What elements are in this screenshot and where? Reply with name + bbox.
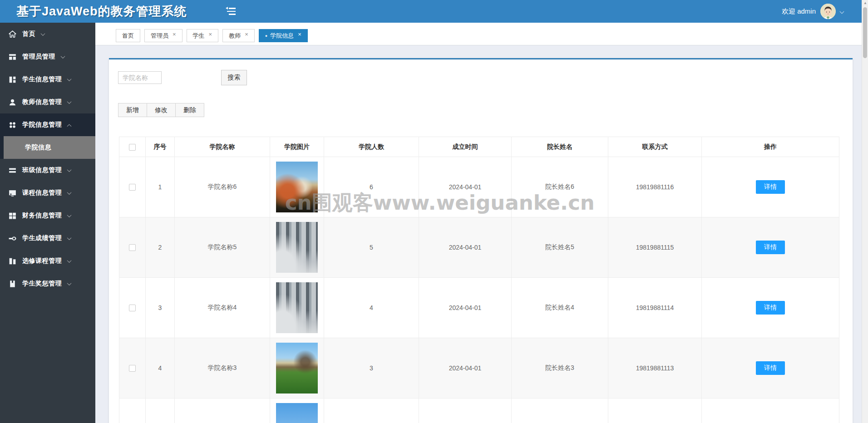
add-button[interactable]: 新增 xyxy=(118,103,147,117)
sidebar-item-course[interactable]: 课程信息管理 xyxy=(0,182,95,204)
cell-college-count: 5 xyxy=(324,217,419,278)
chevron-up-icon xyxy=(67,124,72,128)
tab-student[interactable]: ●学生× xyxy=(187,29,219,42)
chevron-down-icon[interactable] xyxy=(840,9,844,14)
display-icon xyxy=(8,189,17,197)
cell-college-count: 3 xyxy=(324,338,419,398)
sidebar-item-reward[interactable]: 学生奖惩管理 xyxy=(0,272,95,295)
list-icon xyxy=(8,166,17,175)
detail-button[interactable]: 详情 xyxy=(756,180,785,194)
sidebar-group-college: 学院信息管理学院信息 xyxy=(0,113,95,159)
chevron-down-icon xyxy=(67,258,72,263)
row-select-cell xyxy=(119,278,146,338)
row-checkbox[interactable] xyxy=(129,365,136,372)
home-icon xyxy=(8,30,17,39)
detail-button[interactable]: 详情 xyxy=(756,361,785,375)
tab-college-info[interactable]: ●学院信息× xyxy=(259,29,308,42)
close-icon[interactable]: × xyxy=(209,31,212,37)
tab-home[interactable]: ●首页 xyxy=(116,29,140,42)
row-checkbox[interactable] xyxy=(129,305,136,311)
top-header: 基于JavaWeb的教务管理系统 欢迎 admin xyxy=(0,0,862,23)
cell-college-count: 6 xyxy=(324,157,419,217)
college-table: 序号学院名称学院图片学院人数成立时间院长姓名联系方式操作 1学院名称662024… xyxy=(119,137,839,423)
chevron-down-icon xyxy=(67,167,72,172)
row-checkbox[interactable] xyxy=(129,244,136,251)
cell-college-image xyxy=(270,157,324,217)
menu-fold-icon[interactable] xyxy=(226,7,236,15)
sidebar-item-teacher[interactable]: 教师信息管理 xyxy=(0,91,95,113)
chevron-down-icon xyxy=(67,77,72,81)
sidebar-item-label: 选修课程管理 xyxy=(22,257,62,265)
user-area: 欢迎 admin xyxy=(782,0,843,23)
sidebar-item-label: 管理员管理 xyxy=(22,53,55,61)
cell-college-image xyxy=(270,398,324,423)
row-checkbox[interactable] xyxy=(129,184,136,191)
row-select-cell xyxy=(119,217,146,278)
tab-admin[interactable]: ●管理员× xyxy=(144,29,182,42)
sidebar-group-student: 学生信息管理 xyxy=(0,68,95,91)
cell-college-image xyxy=(270,217,324,278)
action-buttons: 新增 修改 删除 xyxy=(118,103,204,117)
close-icon[interactable]: × xyxy=(173,31,176,37)
sidebar-group-teacher: 教师信息管理 xyxy=(0,91,95,113)
tab-label: 学院信息 xyxy=(270,32,294,40)
sidebar-item-label: 学生信息管理 xyxy=(22,75,62,84)
row-select-cell xyxy=(119,157,146,217)
detail-button[interactable]: 详情 xyxy=(756,241,785,254)
college-photo-campus-autumn xyxy=(276,162,318,212)
sidebar-item-home[interactable]: 首页 xyxy=(0,23,95,45)
cell-college-image xyxy=(270,278,324,338)
search-input[interactable] xyxy=(118,71,162,84)
sidebar-group-finance: 财务信息管理 xyxy=(0,204,95,227)
cell-dean-name: 院长姓名4 xyxy=(512,278,608,338)
sidebar-item-label: 课程信息管理 xyxy=(22,189,62,197)
chevron-down-icon xyxy=(67,190,72,195)
detail-button[interactable]: 详情 xyxy=(756,301,785,315)
column-header: 联系方式 xyxy=(608,137,702,157)
console-icon xyxy=(8,53,17,61)
tab-bar: ●首页●管理员×●学生×●教师×●学院信息× xyxy=(95,23,862,45)
cell-contact: 19819881114 xyxy=(608,278,702,338)
scroll-up-arrow-icon[interactable]: ▲ xyxy=(862,1,868,5)
cell-dean-name: 院长姓名6 xyxy=(512,157,608,217)
tab-label: 管理员 xyxy=(151,32,168,40)
vertical-scrollbar[interactable]: ▲ xyxy=(862,0,868,423)
tab-label: 首页 xyxy=(122,32,134,40)
cell-founded-date xyxy=(419,398,512,423)
select-all-checkbox[interactable] xyxy=(129,144,136,151)
sidebar-item-label: 学生奖惩管理 xyxy=(22,280,62,288)
avatar[interactable] xyxy=(820,4,836,19)
delete-button[interactable]: 删除 xyxy=(175,103,204,117)
cell-college-name xyxy=(175,398,270,423)
cell-contact xyxy=(608,398,702,423)
cell-index: 3 xyxy=(146,278,175,338)
sidebar-item-class[interactable]: 班级信息管理 xyxy=(0,159,95,182)
edit-button[interactable]: 修改 xyxy=(147,103,176,117)
row-select-cell xyxy=(119,398,146,423)
college-photo-campus-green xyxy=(276,343,318,393)
sidebar-item-finance[interactable]: 财务信息管理 xyxy=(0,204,95,227)
sidebar-item-college[interactable]: 学院信息管理 xyxy=(0,113,95,136)
cell-actions: 详情 xyxy=(702,338,839,398)
cell-actions xyxy=(702,398,839,423)
close-icon[interactable]: × xyxy=(245,31,248,37)
cell-dean-name xyxy=(512,398,608,423)
cell-college-count: 4 xyxy=(324,278,419,338)
chevron-down-icon xyxy=(67,99,72,104)
sidebar-item-elective[interactable]: 选修课程管理 xyxy=(0,250,95,272)
cell-actions: 详情 xyxy=(702,217,839,278)
sidebar-nav: 首页管理员管理学生信息管理教师信息管理学院信息管理学院信息班级信息管理课程信息管… xyxy=(0,23,95,423)
cell-contact: 19819881116 xyxy=(608,157,702,217)
sidebar-item-score[interactable]: 学生成绩管理 xyxy=(0,227,95,250)
active-tab-dot-icon: ● xyxy=(265,34,267,38)
app-window: 基于JavaWeb的教务管理系统 欢迎 admin 首页管理员 xyxy=(0,0,868,423)
close-icon[interactable]: × xyxy=(298,31,301,37)
sidebar-subitem-college-info[interactable]: 学院信息 xyxy=(0,136,95,159)
sidebar-item-admin[interactable]: 管理员管理 xyxy=(0,45,95,68)
sidebar-item-label: 教师信息管理 xyxy=(22,98,62,106)
group-icon xyxy=(8,121,17,129)
scrollbar-thumb[interactable] xyxy=(863,7,867,58)
sidebar-item-student[interactable]: 学生信息管理 xyxy=(0,68,95,91)
search-button[interactable]: 搜索 xyxy=(221,70,247,85)
tab-teacher[interactable]: ●教师× xyxy=(222,29,255,42)
